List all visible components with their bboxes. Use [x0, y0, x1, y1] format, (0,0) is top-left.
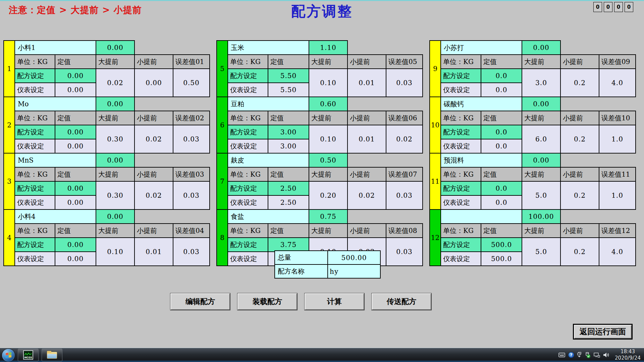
current-weight-value[interactable]: 0.00: [96, 209, 135, 224]
ingredient-name[interactable]: MnS: [15, 153, 96, 167]
error-value[interactable]: 0.03: [173, 125, 210, 153]
error-value[interactable]: 0.03: [386, 238, 423, 266]
ingredient-name[interactable]: 小料1: [15, 41, 96, 55]
meter-set-value[interactable]: 0.0: [481, 139, 522, 153]
meter-set-value[interactable]: 0.0: [481, 195, 522, 209]
big-advance-value[interactable]: 0.10: [309, 125, 347, 153]
current-weight-value[interactable]: 0.75: [309, 209, 347, 224]
taskbar-app-mcgs[interactable]: MCGS: [18, 349, 39, 361]
error-value[interactable]: 4.0: [599, 69, 636, 97]
big-advance-value[interactable]: 3.0: [522, 69, 560, 97]
ingredient-name[interactable]: 麸皮: [228, 153, 309, 167]
taskbar-app-explorer[interactable]: [42, 349, 62, 361]
big-advance-value[interactable]: 0.30: [96, 125, 135, 153]
ingredient-name[interactable]: [441, 209, 522, 224]
current-weight-value[interactable]: 0.00: [522, 41, 560, 55]
taskbar-clock[interactable]: 18:43 2020/9/24: [615, 349, 641, 361]
ingredient-name[interactable]: 小苏打: [441, 41, 522, 55]
start-button[interactable]: [2, 349, 15, 362]
recipe-set-value[interactable]: 5.50: [268, 69, 309, 83]
ingredient-name[interactable]: 食盐: [228, 209, 309, 224]
recipe-set-value[interactable]: 0.00: [55, 238, 96, 252]
recipe-set-value[interactable]: 3.75: [268, 238, 309, 252]
load-recipe-button[interactable]: 装载配方: [237, 293, 297, 310]
volume-icon[interactable]: [603, 352, 610, 358]
error-value[interactable]: 0.03: [386, 69, 423, 97]
ingredient-name[interactable]: 小料4: [15, 209, 96, 224]
counter-box[interactable]: 0: [614, 2, 623, 12]
recipe-set-value[interactable]: 500.0: [481, 238, 522, 252]
error-value[interactable]: 0.03: [173, 181, 210, 209]
ingredient-name[interactable]: 碳酸钙: [441, 97, 522, 111]
recipe-set-value[interactable]: 0.0: [481, 181, 522, 195]
meter-set-value[interactable]: 0.00: [55, 139, 96, 153]
error-value[interactable]: 0.50: [173, 69, 210, 97]
meter-set-value[interactable]: 0.00: [55, 83, 96, 97]
meter-set-value[interactable]: 500.0: [481, 252, 522, 266]
help-icon[interactable]: ?: [568, 352, 574, 358]
meter-set-value[interactable]: 5.50: [268, 83, 309, 97]
meter-set-value[interactable]: 2.50: [268, 195, 309, 209]
current-weight-value[interactable]: 0.00: [96, 97, 135, 111]
ingredient-name[interactable]: 预混料: [441, 153, 522, 167]
current-weight-value[interactable]: 0.00: [522, 97, 560, 111]
small-advance-value[interactable]: 0.01: [347, 69, 386, 97]
recipe-name-value[interactable]: hy: [328, 264, 380, 278]
big-advance-value[interactable]: 6.0: [522, 125, 560, 153]
recipe-set-value[interactable]: 0.00: [55, 181, 96, 195]
error-value[interactable]: 4.0: [599, 238, 636, 266]
counter-box[interactable]: 0: [604, 2, 612, 12]
recipe-set-value[interactable]: 2.50: [268, 181, 309, 195]
current-weight-value[interactable]: 0.00: [96, 41, 135, 55]
small-advance-value[interactable]: 0.02: [347, 181, 386, 209]
meter-set-value[interactable]: 3.00: [268, 139, 309, 153]
ingredient-name[interactable]: 豆粕: [228, 97, 309, 111]
usb-safely-remove-icon[interactable]: [584, 352, 591, 358]
counter-box[interactable]: 0: [625, 2, 633, 12]
error-value[interactable]: 0.03: [173, 238, 210, 266]
small-advance-value[interactable]: 0.02: [135, 181, 173, 209]
keyboard-icon[interactable]: [558, 353, 565, 357]
small-advance-value[interactable]: 0.2: [560, 181, 599, 209]
small-advance-value[interactable]: 0.2: [560, 125, 599, 153]
current-weight-value[interactable]: 100.00: [522, 209, 560, 224]
error-value[interactable]: 1.0: [599, 181, 636, 209]
back-to-run-screen-button[interactable]: 返回运行画面: [573, 324, 633, 340]
current-weight-value[interactable]: 0.50: [309, 153, 347, 167]
small-advance-value[interactable]: 0.02: [135, 125, 173, 153]
network-icon[interactable]: [594, 353, 600, 358]
big-advance-value[interactable]: 0.10: [309, 69, 347, 97]
total-value[interactable]: 500.00: [328, 251, 380, 264]
meter-set-value[interactable]: 0.0: [481, 83, 522, 97]
current-weight-value[interactable]: 0.00: [96, 153, 135, 167]
recipe-set-value[interactable]: 0.0: [481, 69, 522, 83]
big-advance-value[interactable]: 0.30: [96, 181, 135, 209]
ingredient-name[interactable]: Mo: [15, 97, 96, 111]
error-value[interactable]: 0.02: [386, 125, 423, 153]
big-advance-value[interactable]: 0.02: [96, 69, 135, 97]
edit-recipe-button[interactable]: 编辑配方: [170, 293, 230, 310]
ingredient-name[interactable]: 玉米: [228, 41, 309, 55]
big-advance-value[interactable]: 0.20: [309, 181, 347, 209]
big-advance-value[interactable]: 5.0: [522, 181, 560, 209]
current-weight-value[interactable]: 0.60: [309, 97, 347, 111]
current-weight-value[interactable]: 1.10: [309, 41, 347, 55]
error-value[interactable]: 1.0: [599, 125, 636, 153]
meter-set-value[interactable]: 0.00: [55, 195, 96, 209]
current-weight-value[interactable]: 0.00: [522, 153, 560, 167]
send-recipe-button[interactable]: 传送配方: [372, 293, 431, 310]
small-advance-value[interactable]: 0.01: [347, 125, 386, 153]
small-advance-value[interactable]: 0.2: [560, 69, 599, 97]
show-hidden-icons-icon[interactable]: [577, 352, 581, 357]
small-advance-value[interactable]: 0.2: [560, 238, 599, 266]
meter-set-value[interactable]: 0.00: [55, 252, 96, 266]
recipe-set-value[interactable]: 3.00: [268, 125, 309, 139]
small-advance-value[interactable]: 0.00: [135, 69, 173, 97]
recipe-set-value[interactable]: 0.0: [481, 125, 522, 139]
counter-box[interactable]: 0: [593, 2, 602, 12]
error-value[interactable]: 0.03: [386, 181, 423, 209]
big-advance-value[interactable]: 5.0: [522, 238, 560, 266]
recipe-set-value[interactable]: 0.00: [55, 125, 96, 139]
small-advance-value[interactable]: 0.01: [135, 238, 173, 266]
big-advance-value[interactable]: 0.10: [96, 238, 135, 266]
